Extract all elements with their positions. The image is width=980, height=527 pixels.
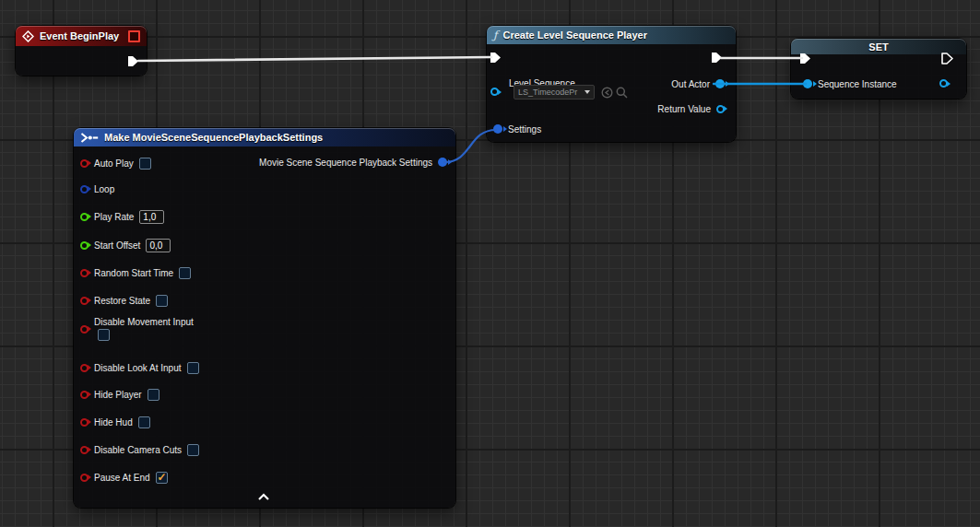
- node-title: Event BeginPlay: [40, 30, 119, 41]
- playback-settings-out-label: Movie Scene Sequence Playback Settings: [259, 158, 432, 168]
- hide-hud-checkbox[interactable]: [138, 416, 150, 428]
- play-rate-pin[interactable]: [80, 213, 89, 221]
- disable-camera-cuts-pin[interactable]: [80, 446, 89, 454]
- sequence-instance-pin-label: Sequence Instance: [818, 79, 897, 89]
- node-title: SET: [868, 41, 888, 53]
- node-event-beginplay[interactable]: Event BeginPlay: [16, 26, 147, 76]
- browse-asset-icon[interactable]: [616, 87, 628, 99]
- disable-camera-cuts-label: Disable Camera Cuts: [94, 445, 182, 455]
- node-set-sequence-instance[interactable]: SET Sequence Instance: [791, 39, 966, 99]
- make-struct-icon: [80, 132, 99, 144]
- exec-in-pin[interactable]: [799, 53, 811, 64]
- pause-at-end-pin[interactable]: [80, 474, 89, 482]
- disable-look-at-input-checkbox[interactable]: [187, 362, 199, 374]
- settings-pin-label: Settings: [508, 124, 541, 135]
- hide-hud-pin[interactable]: [80, 418, 89, 427]
- node-create-level-sequence-player[interactable]: ƒ Create Level Sequence Player Level Seq…: [487, 26, 736, 142]
- out-actor-pin[interactable]: [715, 79, 725, 88]
- return-value-pin[interactable]: [716, 105, 725, 113]
- collapse-node-chevron-icon[interactable]: [257, 493, 270, 501]
- node-header[interactable]: ƒ Create Level Sequence Player: [487, 26, 736, 44]
- exec-out-pin[interactable]: [941, 53, 953, 64]
- out-actor-pin-label: Out Actor: [671, 79, 710, 89]
- hide-player-label: Hide Player: [94, 390, 142, 400]
- exec-out-pin[interactable]: [711, 52, 723, 64]
- auto-play-label: Auto Play: [94, 158, 134, 169]
- auto-play-pin[interactable]: [80, 159, 89, 168]
- playback-settings-out-pin[interactable]: [438, 158, 447, 167]
- hide-hud-label: Hide Hud: [94, 417, 133, 427]
- disable-look-at-input-label: Disable Look At Input: [94, 363, 182, 373]
- disable-movement-input-checkbox[interactable]: [98, 329, 110, 341]
- disable-camera-cuts-checkbox[interactable]: [187, 444, 199, 456]
- pause-at-end-label: Pause At End: [94, 473, 150, 483]
- loop-pin[interactable]: [80, 185, 89, 193]
- node-header[interactable]: Event BeginPlay: [16, 26, 147, 46]
- sequence-instance-out-pin[interactable]: [939, 79, 948, 88]
- function-icon: ƒ: [493, 29, 497, 41]
- disable-movement-input-pin[interactable]: [80, 325, 89, 334]
- pause-at-end-checkbox[interactable]: [156, 472, 168, 484]
- use-selected-asset-icon[interactable]: [601, 87, 613, 99]
- disable-look-at-input-pin[interactable]: [80, 364, 89, 372]
- restore-state-label: Restore State: [94, 296, 150, 306]
- restore-state-checkbox[interactable]: [156, 295, 168, 307]
- play-rate-label: Play Rate: [94, 212, 134, 222]
- disable-movement-input-row: Disable Movement Input: [80, 317, 194, 341]
- random-start-time-checkbox[interactable]: [179, 267, 191, 279]
- node-header[interactable]: SET: [791, 39, 966, 54]
- auto-play-checkbox[interactable]: [139, 158, 151, 170]
- exec-out-pin[interactable]: [127, 55, 139, 67]
- hide-player-pin[interactable]: [80, 391, 89, 399]
- loop-label: Loop: [94, 184, 114, 194]
- exec-in-pin[interactable]: [490, 52, 502, 64]
- restore-state-pin[interactable]: [80, 297, 89, 305]
- level-sequence-asset-value: LS_TimecodePr: [518, 88, 582, 97]
- settings-pin[interactable]: [493, 124, 502, 134]
- disable-movement-input-label: Disable Movement Input: [94, 317, 194, 327]
- start-offset-pin[interactable]: [80, 241, 89, 250]
- blueprint-graph-canvas[interactable]: Event BeginPlay ƒ Create Level Sequence …: [0, 0, 980, 527]
- play-rate-input[interactable]: [139, 210, 164, 224]
- level-sequence-pin[interactable]: [490, 88, 499, 96]
- random-start-time-label: Random Start Time: [94, 268, 173, 278]
- return-value-pin-label: Return Value: [657, 104, 711, 114]
- start-offset-label: Start Offset: [94, 240, 140, 251]
- random-start-time-pin[interactable]: [80, 269, 89, 277]
- wire-exec-beginplay-to-create[interactable]: [138, 57, 491, 61]
- chevron-down-icon: [584, 90, 590, 94]
- hide-player-checkbox[interactable]: [148, 389, 159, 401]
- node-header[interactable]: Make MovieSceneSequencePlaybackSettings: [74, 128, 455, 146]
- level-sequence-asset-dropdown[interactable]: LS_TimecodePr: [514, 85, 595, 100]
- node-title: Make MovieSceneSequencePlaybackSettings: [104, 132, 323, 143]
- node-title: Create Level Sequence Player: [502, 29, 647, 41]
- node-make-playback-settings[interactable]: Make MovieSceneSequencePlaybackSettings …: [74, 128, 455, 508]
- sequence-instance-in-pin[interactable]: [803, 79, 812, 88]
- event-pulse-icon: [128, 30, 140, 42]
- start-offset-input[interactable]: [146, 239, 171, 252]
- event-icon: [22, 30, 34, 42]
